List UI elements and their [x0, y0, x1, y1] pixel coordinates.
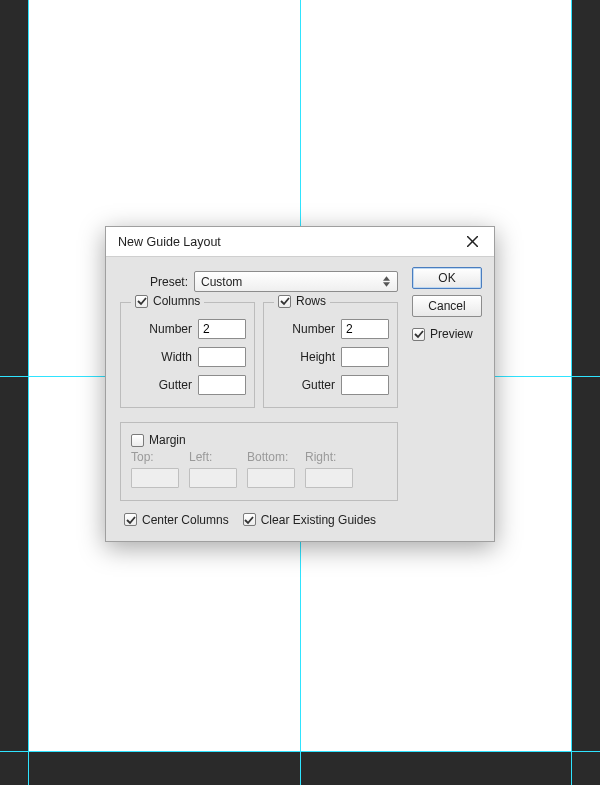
columns-number-label: Number — [149, 322, 192, 336]
preview-checkbox[interactable]: Preview — [412, 327, 473, 341]
preset-label: Preset: — [150, 275, 188, 289]
rows-number-label: Number — [292, 322, 335, 336]
columns-rows-row: Columns Number Width Gutter — [116, 302, 402, 408]
rows-gutter-label: Gutter — [302, 378, 335, 392]
dialog-title: New Guide Layout — [118, 235, 221, 249]
rows-gutter-input[interactable] — [341, 375, 389, 395]
checkbox-icon — [131, 434, 144, 447]
center-columns-checkbox[interactable]: Center Columns — [124, 513, 229, 527]
center-columns-label: Center Columns — [142, 513, 229, 527]
margin-top-input — [131, 468, 179, 488]
margin-bottom-input — [247, 468, 295, 488]
columns-gutter-input[interactable] — [198, 375, 246, 395]
preset-value: Custom — [201, 275, 242, 289]
margin-right-label: Right: — [305, 450, 353, 464]
columns-width-input[interactable] — [198, 347, 246, 367]
clear-existing-guides-checkbox[interactable]: Clear Existing Guides — [243, 513, 376, 527]
columns-width-label: Width — [161, 350, 192, 364]
rows-checkbox[interactable]: Rows — [278, 294, 326, 308]
margin-checkbox[interactable]: Margin — [131, 433, 186, 447]
dialog-body: Preset: Custom Columns — [106, 257, 494, 541]
cancel-button-label: Cancel — [428, 299, 465, 313]
bottom-options-row: Center Columns Clear Existing Guides — [116, 501, 402, 527]
columns-gutter-label: Gutter — [159, 378, 192, 392]
checkbox-icon — [243, 513, 256, 526]
margin-right-input — [305, 468, 353, 488]
margin-top-label: Top: — [131, 450, 179, 464]
cancel-button[interactable]: Cancel — [412, 295, 482, 317]
guide-vertical — [571, 0, 572, 785]
columns-legend-label: Columns — [153, 294, 200, 308]
checkbox-icon — [124, 513, 137, 526]
rows-height-input[interactable] — [341, 347, 389, 367]
margin-fieldset: Margin Top: Left: Bottom: — [120, 422, 398, 501]
svg-marker-2 — [383, 276, 390, 280]
dialog-side-column: OK Cancel Preview — [412, 267, 484, 527]
columns-checkbox[interactable]: Columns — [135, 294, 200, 308]
svg-marker-3 — [383, 282, 390, 286]
ok-button[interactable]: OK — [412, 267, 482, 289]
dropdown-arrows-icon — [381, 276, 391, 287]
rows-number-input[interactable] — [341, 319, 389, 339]
checkbox-icon — [412, 328, 425, 341]
dialog-titlebar[interactable]: New Guide Layout — [106, 227, 494, 257]
preview-label: Preview — [430, 327, 473, 341]
dialog-main-column: Preset: Custom Columns — [116, 267, 402, 527]
margin-left-label: Left: — [189, 450, 237, 464]
rows-height-label: Height — [300, 350, 335, 364]
margin-legend-label: Margin — [149, 433, 186, 447]
close-icon — [467, 236, 478, 247]
margin-left-input — [189, 468, 237, 488]
margin-bottom-label: Bottom: — [247, 450, 295, 464]
columns-fieldset: Columns Number Width Gutter — [120, 302, 255, 408]
new-guide-layout-dialog: New Guide Layout Preset: Custom — [105, 226, 495, 542]
checkbox-icon — [135, 295, 148, 308]
checkbox-icon — [278, 295, 291, 308]
guide-vertical — [28, 0, 29, 785]
close-button[interactable] — [458, 231, 486, 253]
rows-fieldset: Rows Number Height Gutter — [263, 302, 398, 408]
rows-legend-label: Rows — [296, 294, 326, 308]
clear-existing-guides-label: Clear Existing Guides — [261, 513, 376, 527]
guide-horizontal — [0, 751, 600, 752]
preset-select[interactable]: Custom — [194, 271, 398, 292]
ok-button-label: OK — [438, 271, 455, 285]
columns-number-input[interactable] — [198, 319, 246, 339]
